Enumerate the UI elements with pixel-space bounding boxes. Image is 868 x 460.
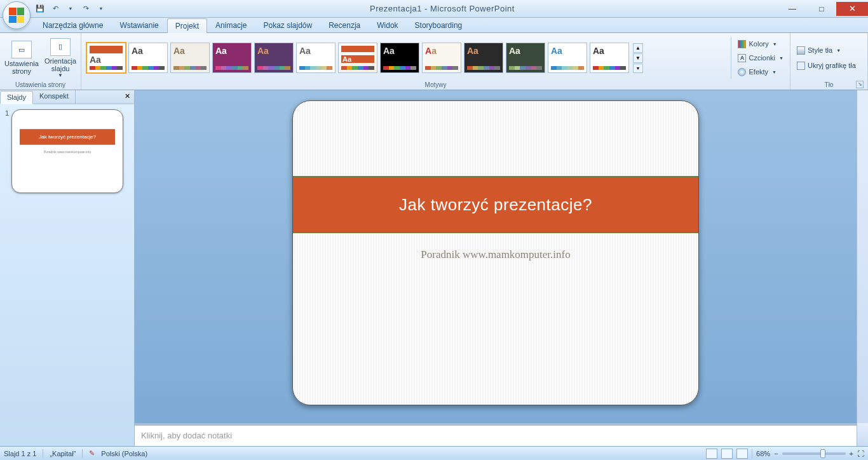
editor-area: Jak tworzyć prezentacje? Poradnik www.ma… [135, 90, 868, 446]
maximize-button[interactable]: □ [807, 2, 836, 16]
close-button[interactable] [836, 2, 868, 16]
theme-thumb-2[interactable]: Aa [128, 43, 168, 73]
normal-view-button[interactable] [706, 449, 717, 459]
tab-view[interactable]: Widok [369, 18, 406, 32]
pane-tabs: Slajdy Konspekt ✕ [0, 90, 134, 104]
tab-animations[interactable]: Animacje [207, 18, 255, 32]
slideshow-view-button[interactable] [736, 449, 748, 459]
hide-background-graphics-checkbox[interactable]: Ukryj grafikę tła [794, 58, 858, 72]
theme-thumb-7[interactable]: Aa [338, 43, 377, 73]
zoom-in-button[interactable]: + [850, 450, 853, 457]
orientation-label: Orientacja slajdu [44, 57, 76, 72]
slide-canvas[interactable]: Jak tworzyć prezentacje? Poradnik www.ma… [135, 90, 857, 423]
slide-title[interactable]: Jak tworzyć prezentacje? [293, 176, 698, 233]
group-page-setup: ▭ Ustawienia strony ▯ Orientacja slajdu … [0, 33, 81, 90]
ribbon-tabs: Narzędzia główne Wstawianie Projekt Anim… [0, 18, 868, 33]
group-page-setup-label: Ustawienia strony [4, 80, 77, 88]
window-controls: — □ [778, 2, 868, 16]
status-slide-count: Slajd 1 z 1 [4, 450, 36, 457]
work-area: Slajdy Konspekt ✕ 1 Jak tworzyć prezenta… [0, 90, 868, 446]
gallery-more-icon[interactable]: ▾ [633, 64, 643, 73]
dialog-launcher-icon[interactable]: ↘ [856, 81, 864, 88]
thumb-subtitle: Poradnik www.mamkomputer.info [44, 150, 91, 154]
tab-review[interactable]: Recenzja [320, 18, 369, 32]
tab-outline[interactable]: Konspekt [33, 90, 76, 104]
theme-colors-button[interactable]: Kolory ▼ [735, 37, 786, 51]
fonts-label: Czcionki [749, 54, 775, 62]
page-setup-icon: ▭ [11, 41, 32, 58]
hide-graphics-label: Ukryj grafikę tła [808, 62, 856, 69]
background-styles-button[interactable]: Style tła ▼ [794, 43, 843, 57]
colors-label: Kolory [749, 40, 768, 48]
theme-thumb-8[interactable]: Aa [380, 43, 419, 73]
gallery-scroll: ▲ ▼ ▾ [633, 43, 643, 73]
background-styles-label: Style tła [808, 46, 832, 54]
theme-thumb-13[interactable]: Aa [590, 43, 629, 73]
notes-pane[interactable]: Kliknij, aby dodać notatki [135, 423, 857, 446]
tab-design[interactable]: Projekt [167, 18, 207, 33]
spellcheck-icon[interactable]: ✎ [89, 449, 95, 457]
tab-storyboarding[interactable]: Storyboarding [407, 18, 471, 32]
zoom-out-button[interactable]: − [774, 450, 778, 457]
slide[interactable]: Jak tworzyć prezentacje? Poradnik www.ma… [292, 100, 699, 405]
undo-icon[interactable]: ↶ [50, 3, 61, 15]
slide-thumbnails: 1 Jak tworzyć prezentacje? Poradnik www.… [0, 104, 134, 446]
vertical-scrollbar[interactable] [857, 90, 868, 423]
effects-icon [738, 68, 746, 76]
slides-outline-pane: Slajdy Konspekt ✕ 1 Jak tworzyć prezenta… [0, 90, 135, 446]
close-pane-icon[interactable]: ✕ [121, 90, 134, 104]
effects-label: Efekty [749, 68, 768, 76]
slide-subtitle[interactable]: Poradnik www.mamkomputer.info [293, 248, 698, 261]
checkbox-icon [797, 62, 805, 70]
status-language[interactable]: Polski (Polska) [101, 450, 147, 457]
fit-to-window-button[interactable]: ⛶ [857, 450, 864, 457]
theme-thumb-1[interactable]: Aa [86, 43, 126, 73]
fonts-icon: A [738, 54, 746, 62]
undo-dropdown-icon[interactable]: ▼ [65, 3, 76, 15]
theme-thumb-4[interactable]: Aa [212, 43, 252, 73]
minimize-button[interactable]: — [778, 2, 807, 16]
theme-thumb-5[interactable]: Aa [254, 43, 294, 73]
tab-slideshow[interactable]: Pokaz slajdów [255, 18, 320, 32]
status-theme[interactable]: „Kapitał” [50, 450, 76, 457]
page-setup-label: Ustawienia strony [4, 60, 39, 75]
tab-insert[interactable]: Wstawianie [111, 18, 166, 32]
ribbon: ▭ Ustawienia strony ▯ Orientacja slajdu … [0, 33, 868, 90]
tab-home[interactable]: Narzędzia główne [34, 18, 111, 32]
slide-orientation-button[interactable]: ▯ Orientacja slajdu ▼ [43, 37, 78, 79]
title-bar: 💾 ↶ ▼ ↷ ▼ Prezentacja1 - Microsoft Power… [0, 0, 868, 18]
theme-fonts-button[interactable]: A Czcionki ▼ [735, 51, 786, 65]
tab-slides[interactable]: Slajdy [0, 91, 33, 104]
theme-thumb-10[interactable]: Aa [464, 43, 503, 73]
theme-effects-button[interactable]: Efekty ▼ [735, 65, 786, 79]
theme-thumb-9[interactable]: Aa [422, 43, 461, 73]
chevron-down-icon: ▼ [58, 72, 63, 78]
slide-thumbnail-1[interactable]: Jak tworzyć prezentacje? Poradnik www.ma… [11, 109, 123, 193]
window-title: Prezentacja1 - Microsoft PowerPoint [107, 4, 778, 13]
theme-thumb-3[interactable]: Aa [170, 43, 210, 73]
orientation-icon: ▯ [50, 38, 71, 56]
redo-icon[interactable]: ↷ [80, 3, 92, 15]
status-bar: Slajd 1 z 1 „Kapitał” ✎ Polski (Polska) … [0, 446, 868, 460]
chevron-down-icon: ▼ [772, 70, 776, 74]
theme-thumb-11[interactable]: Aa [506, 43, 545, 73]
quick-access-toolbar: 💾 ↶ ▼ ↷ ▼ [34, 3, 107, 15]
notes-scrollbar[interactable] [857, 423, 868, 446]
office-button[interactable] [3, 1, 31, 29]
gallery-down-icon[interactable]: ▼ [633, 53, 643, 63]
theme-thumb-6[interactable]: Aa [296, 43, 336, 73]
sorter-view-button[interactable] [721, 449, 733, 459]
zoom-slider-knob[interactable] [820, 449, 825, 458]
theme-thumb-12[interactable]: Aa [548, 43, 587, 73]
page-setup-button[interactable]: ▭ Ustawienia strony [4, 39, 39, 76]
gallery-up-icon[interactable]: ▲ [633, 43, 643, 53]
save-icon[interactable]: 💾 [34, 3, 46, 15]
zoom-level[interactable]: 68% [756, 450, 770, 457]
thumbnail-number: 1 [5, 109, 9, 193]
chevron-down-icon: ▼ [773, 42, 777, 46]
chevron-down-icon: ▼ [779, 56, 783, 60]
zoom-slider[interactable] [782, 452, 846, 455]
colors-icon [738, 40, 746, 48]
qat-customize-icon[interactable]: ▼ [95, 3, 107, 15]
thumb-title: Jak tworzyć prezentacje? [20, 129, 115, 145]
